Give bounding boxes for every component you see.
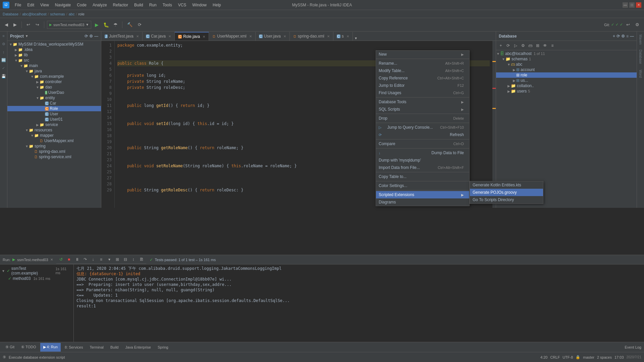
tree-item-src[interactable]: ▼ 📁 src (7, 58, 101, 63)
project-sync-icon[interactable]: ⟳ (85, 34, 88, 39)
tree-item-user[interactable]: C User (7, 111, 101, 117)
run-tb-collapse[interactable]: ⊟ (122, 256, 129, 263)
tree-item-spring-dao[interactable]: 🗋 spring-dao.xml (7, 149, 101, 154)
breadcrumb-database[interactable]: Database (3, 12, 18, 16)
sidebar-icon-3[interactable]: ↕ (1, 49, 7, 55)
tab-s[interactable]: C s ✕ (333, 32, 353, 41)
tab-run-bottom[interactable]: ▶ 4: Run (40, 343, 61, 352)
toolbar-forward[interactable]: ▶ (11, 20, 19, 29)
tab-close-s[interactable]: ✕ (346, 35, 349, 38)
menu-view[interactable]: View (38, 1, 52, 9)
tree-item-controller[interactable]: ▶ 📁 controller (7, 79, 101, 84)
sidebar-icon-persistence[interactable]: 💾 (1, 73, 7, 79)
ctx-new[interactable]: New ▶ (376, 51, 469, 58)
db-tb-add[interactable]: + (497, 42, 504, 49)
tree-item-resources[interactable]: ▼ 📁 resources (7, 127, 101, 133)
menu-analyze[interactable]: Analyze (90, 1, 110, 9)
ctx-go-scripts[interactable]: Go To Scripts Directory (470, 196, 543, 203)
tab-terminal[interactable]: Terminal (87, 343, 106, 352)
tree-item-com-example[interactable]: ▼ 📁 com.example (7, 74, 101, 79)
git-settings[interactable]: ⚙ (633, 20, 641, 29)
ctx-db-tools[interactable]: Database Tools ▶ (376, 98, 469, 106)
db-collation[interactable]: ▶ 📁 collation.. (496, 83, 637, 88)
ctx-copy-ref[interactable]: Copy Reference Ctrl+Alt+Shift+C (376, 74, 469, 82)
ctx-dump-mysql[interactable]: Dump with 'mysqldump' (376, 157, 469, 164)
debug-button[interactable]: 🐛 (102, 21, 110, 29)
tab-spring-bottom[interactable]: Spring (155, 343, 171, 352)
menu-refactor[interactable]: Refactor (110, 1, 131, 9)
ctx-modify-table[interactable]: Modify Table... Alt+Shift+C (376, 67, 469, 74)
db-schemas[interactable]: ▼ 📁 schemas 1 (496, 56, 637, 62)
minimize-button[interactable]: — (623, 2, 628, 8)
tab-close-car[interactable]: ✕ (168, 35, 171, 38)
run-tb-print[interactable]: 🖹 (138, 256, 145, 263)
breadcrumb-schemas[interactable]: schemas (50, 12, 65, 16)
tree-item-mapper[interactable]: ▼ 📁 mapper (7, 133, 101, 138)
db-tb-refresh[interactable]: ⟳ (505, 42, 512, 49)
menu-build[interactable]: Build (131, 1, 146, 9)
db-users[interactable]: ▶ 📁 users 5 (496, 88, 637, 94)
tree-item-userdao[interactable]: I UserDao (7, 90, 101, 95)
menu-window[interactable]: Window (190, 1, 209, 9)
tree-item-entity[interactable]: ▼ 📁 entity (7, 95, 101, 101)
menu-vcs[interactable]: VCS (175, 1, 189, 9)
tab-close-spring-dao[interactable]: ✕ (327, 35, 330, 38)
sidebar-icon-commit[interactable]: ✓ (1, 65, 7, 71)
db-tb-settings[interactable]: ⚙ (520, 42, 526, 49)
db-filter-icon[interactable]: ≡ (626, 34, 629, 39)
tree-item-idea[interactable]: ▶ 📁 .idea (7, 47, 101, 52)
menu-navigate[interactable]: Navigate (52, 1, 73, 9)
run-tb-pause[interactable]: ⏸ (74, 256, 80, 263)
tree-item-dao[interactable]: ▼ 📁 dao (7, 84, 101, 90)
ctx-rename[interactable]: Rename... Alt+Shift+R (376, 60, 469, 67)
menu-help[interactable]: Help (210, 1, 224, 9)
tab-more[interactable]: ▾ (353, 36, 359, 41)
ctx-refresh[interactable]: ⟳ Refresh (376, 131, 469, 138)
tab-user[interactable]: C User.java ✕ (256, 32, 290, 41)
db-tb-schema[interactable]: 🗃 (527, 42, 534, 49)
db-add-icon[interactable]: + (613, 34, 615, 39)
run-tb-scroll[interactable]: ↕ (130, 256, 137, 263)
tree-item-java[interactable]: ▼ 📁 java (7, 68, 101, 74)
breadcrumb-connection[interactable]: abc@localhost (22, 12, 46, 16)
git-undo-btn[interactable]: ↩ (624, 20, 632, 29)
ctx-copy-table[interactable]: Copy Table to... (376, 173, 469, 180)
tab-car[interactable]: C Car.java ✕ (143, 32, 175, 41)
run-item-ssmtest[interactable]: ▼ ✓ ssmTest (com.example) 1s 161 ms (1, 266, 72, 276)
run-tb-expand[interactable]: ⊞ (114, 256, 121, 263)
tree-item-role[interactable]: C Role (7, 106, 101, 111)
db-connection[interactable]: ▼ 🗄 abc@localhost 1 of 11 (496, 51, 637, 56)
tree-item-spring[interactable]: ▼ 📁 spring (7, 143, 101, 149)
ctx-scripted-extensions[interactable]: Scripted Extensions ▶ (376, 191, 469, 198)
run-config-dropdown[interactable]: ▼ (86, 23, 89, 26)
tree-item-lib[interactable]: ▶ 📁 lib (7, 52, 101, 58)
ctx-color-settings[interactable]: Color Settings... (376, 182, 469, 189)
run-tb-filter[interactable]: ▾ (106, 256, 113, 263)
toolbar-sync[interactable]: ⟳ (136, 20, 144, 29)
run-item-method03[interactable]: ✓ method03 1s 161 ms (1, 276, 72, 281)
ctx-jump-query[interactable]: ▷ Jump to Query Console... Ctrl+Shift+F1… (376, 124, 469, 131)
tab-build[interactable]: Build (108, 343, 121, 352)
tab-todo[interactable]: ⑥ TODO (18, 343, 39, 352)
tab-close-juinttest[interactable]: ✕ (136, 35, 139, 38)
db-abc[interactable]: ▼ 🗃 abc (496, 62, 637, 67)
toolbar-back[interactable]: ◀ (3, 20, 10, 29)
tab-services[interactable]: 8: Services (62, 343, 86, 352)
tab-usermapper[interactable]: 🗋 UserMapper.xml ✕ (209, 32, 255, 41)
db-tb-filter[interactable]: ≡ (549, 42, 556, 49)
right-icon-maven[interactable]: Maven (638, 33, 644, 46)
menu-file[interactable]: File (12, 1, 24, 9)
right-icon-word[interactable]: Word (638, 67, 644, 80)
maximize-button[interactable]: □ (629, 2, 635, 8)
project-panel-dropdown[interactable]: ▼ (25, 34, 29, 38)
ctx-sql-scripts[interactable]: SQL Scripts ▶ (376, 106, 469, 113)
tab-git[interactable]: ⑨ Git (3, 343, 17, 352)
ctx-find-usages[interactable]: Find Usages Ctrl+G (376, 89, 469, 97)
ctx-jump-editor[interactable]: Jump to Editor F12 (376, 82, 469, 89)
bottom-run-close[interactable]: ✕ (50, 258, 53, 261)
ctx-gen-pojo[interactable]: Generate POJOs.groovy (470, 189, 543, 196)
db-tb-console[interactable]: ▷ (512, 42, 519, 49)
tab-role[interactable]: C Role.java ✕ (175, 32, 209, 41)
sidebar-icon-structure[interactable]: 🔤 (1, 57, 7, 63)
tree-item-mySSM[interactable]: ▼ 📁 MySSM D:\Idea_workspace\MySSM (7, 42, 101, 47)
